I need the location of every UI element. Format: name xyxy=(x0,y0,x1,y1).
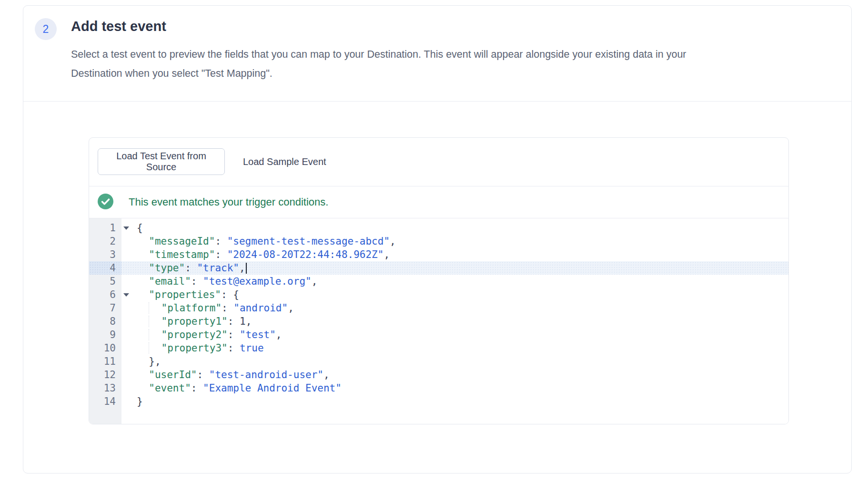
code-token: true xyxy=(240,342,264,354)
code-token: , xyxy=(312,276,318,287)
code-token xyxy=(149,316,161,327)
code-token: : xyxy=(191,276,203,287)
test-event-panel: Load Test Event from Source Load Sample … xyxy=(89,137,789,424)
load-sample-event-button[interactable]: Load Sample Event xyxy=(243,148,326,175)
code-editor-lines: 1{2 "messageId": "segment-test-message-a… xyxy=(89,221,788,408)
check-circle-icon xyxy=(98,194,113,209)
code-token: "timestamp" xyxy=(149,249,215,260)
code-line[interactable]: 3 "timestamp": "2024-08-20T22:44:48.962Z… xyxy=(89,248,788,261)
code-token: "2024-08-20T22:44:48.962Z" xyxy=(227,249,384,260)
code-line[interactable]: 6 "properties": { xyxy=(89,288,788,301)
line-number: 1 xyxy=(89,221,121,235)
code-token xyxy=(137,289,149,300)
status-message: This event matches your trigger conditio… xyxy=(129,186,328,218)
code-text: "type": "track", xyxy=(121,261,247,275)
code-token: "track" xyxy=(197,262,239,274)
add-test-event-card: 2 Add test event Select a test event to … xyxy=(23,5,852,473)
code-token xyxy=(137,329,149,340)
code-token xyxy=(137,302,149,314)
code-text: } xyxy=(121,395,143,408)
code-line[interactable]: 9 "property2": "test", xyxy=(89,328,788,341)
code-line[interactable]: 2 "messageId": "segment-test-message-abc… xyxy=(89,235,788,248)
code-token: "android" xyxy=(233,302,288,314)
line-number: 3 xyxy=(89,248,121,261)
code-token: , xyxy=(288,302,294,314)
load-test-event-button[interactable]: Load Test Event from Source xyxy=(98,148,225,175)
code-token xyxy=(137,369,149,381)
code-token: "property2" xyxy=(161,329,228,340)
line-number: 12 xyxy=(89,368,121,381)
code-token: , xyxy=(323,369,330,381)
text-cursor xyxy=(246,263,247,274)
code-token xyxy=(137,236,149,247)
code-line[interactable]: 14} xyxy=(89,395,788,408)
code-token: "event" xyxy=(149,382,191,394)
code-text: "platform": "android", xyxy=(121,301,294,315)
code-token xyxy=(137,316,149,327)
code-token xyxy=(137,276,149,287)
code-token: "test" xyxy=(240,329,276,340)
code-token xyxy=(137,342,149,354)
code-token xyxy=(137,262,149,274)
code-line[interactable]: 10 "property3": true xyxy=(89,341,788,355)
json-code-editor[interactable]: 1{2 "messageId": "segment-test-message-a… xyxy=(89,218,788,424)
description-line-1: Select a test event to preview the field… xyxy=(71,45,686,64)
code-token: { xyxy=(137,222,143,234)
code-line[interactable]: 5 "email": "test@example.org", xyxy=(89,275,788,288)
code-line[interactable]: 13 "event": "Example Android Event" xyxy=(89,381,788,395)
code-token: : xyxy=(197,369,209,381)
code-token: 1 xyxy=(240,316,246,327)
page-title: Add test event xyxy=(71,19,166,34)
code-token: }, xyxy=(137,356,161,367)
code-token: "Example Android Event" xyxy=(203,382,342,394)
line-number: 6 xyxy=(89,288,121,301)
code-token: "property3" xyxy=(161,342,228,354)
code-token xyxy=(137,382,149,394)
code-token xyxy=(149,329,161,340)
code-text: "property1": 1, xyxy=(121,315,252,328)
line-number: 13 xyxy=(89,381,121,395)
code-text: "email": "test@example.org", xyxy=(121,275,317,288)
line-number: 2 xyxy=(89,235,121,248)
fold-toggle-icon[interactable] xyxy=(123,293,129,297)
code-token xyxy=(149,302,161,314)
code-token: } xyxy=(137,396,143,407)
code-token: "test@example.org" xyxy=(203,276,312,287)
step-number: 2 xyxy=(43,23,49,36)
code-line[interactable]: 1{ xyxy=(89,221,788,235)
code-text: "property2": "test", xyxy=(121,328,282,341)
code-line[interactable]: 4 "type": "track", xyxy=(89,261,788,275)
code-line[interactable]: 11 }, xyxy=(89,355,788,368)
code-token: "type" xyxy=(149,262,185,274)
code-token: : xyxy=(222,302,233,314)
line-number: 9 xyxy=(89,328,121,341)
code-token: : xyxy=(228,342,240,354)
code-token: "property1" xyxy=(161,316,228,327)
line-number: 10 xyxy=(89,341,121,355)
code-token: : xyxy=(228,329,240,340)
code-token: , xyxy=(246,316,252,327)
divider xyxy=(23,101,851,102)
code-token: "properties" xyxy=(149,289,221,300)
fold-toggle-icon[interactable] xyxy=(123,226,129,230)
line-number: 7 xyxy=(89,301,121,315)
code-token: "platform" xyxy=(161,302,222,314)
code-token: , xyxy=(384,249,390,260)
line-number: 14 xyxy=(89,395,121,408)
code-line[interactable]: 12 "userId": "test-android-user", xyxy=(89,368,788,381)
code-token: "test-android-user" xyxy=(209,369,323,381)
page-description: Select a test event to preview the field… xyxy=(71,45,686,83)
step-number-badge: 2 xyxy=(35,18,57,40)
code-line[interactable]: 8 "property1": 1, xyxy=(89,315,788,328)
code-token xyxy=(137,249,149,260)
code-line[interactable]: 7 "platform": "android", xyxy=(89,301,788,315)
line-number: 5 xyxy=(89,275,121,288)
code-token: "email" xyxy=(149,276,191,287)
line-number: 4 xyxy=(89,261,121,275)
code-text: "property3": true xyxy=(121,341,264,355)
line-number: 11 xyxy=(89,355,121,368)
description-line-2: Destination when you select "Test Mappin… xyxy=(71,64,686,83)
code-text: "event": "Example Android Event" xyxy=(121,381,342,395)
trigger-match-status: This event matches your trigger conditio… xyxy=(89,186,788,218)
code-token: "segment-test-message-abcd" xyxy=(227,236,390,247)
